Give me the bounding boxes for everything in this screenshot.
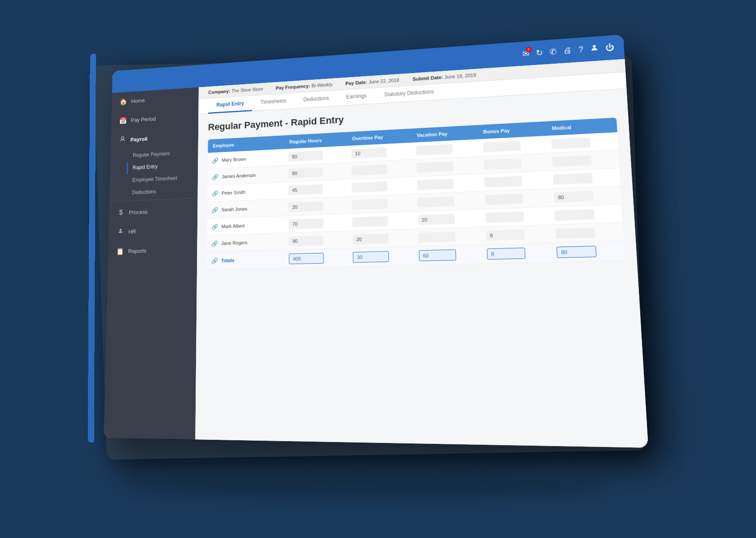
link-icon: 🔗 xyxy=(212,157,218,164)
cell-medical xyxy=(551,222,624,243)
mail-icon[interactable]: ✉ 6 xyxy=(522,48,529,59)
tab-deductions[interactable]: Deductions xyxy=(294,91,337,109)
totals-cell-bonus_pay xyxy=(481,243,552,264)
totals-link-icon: 🔗 xyxy=(211,257,218,264)
employee-name: Mary Brown xyxy=(222,156,246,163)
cell-bonus_pay xyxy=(478,153,548,174)
cell-medical xyxy=(548,168,620,189)
employee-cell: 🔗 Mark Albert xyxy=(207,216,284,235)
totals-input-regular_hours[interactable] xyxy=(289,253,324,265)
cell-overtime_pay xyxy=(347,177,413,196)
input-vacation_pay[interactable] xyxy=(416,161,453,173)
tab-rapid-entry[interactable]: Rapid Entry xyxy=(208,96,252,114)
phone-icon[interactable]: ✆ xyxy=(549,47,557,57)
svg-point-0 xyxy=(593,45,596,48)
cell-regular_hours xyxy=(284,231,348,250)
input-overtime_pay[interactable] xyxy=(351,148,387,159)
cell-vacation_pay xyxy=(413,209,481,229)
employee-cell: 🔗 Sarah Jones xyxy=(207,199,284,219)
rapid-entry-table: Employee Regular Hours Overtime Pay Vaca… xyxy=(207,117,625,270)
input-bonus_pay[interactable] xyxy=(483,158,521,170)
input-vacation_pay[interactable] xyxy=(416,144,453,156)
totals-input-vacation_pay[interactable] xyxy=(419,249,456,261)
link-icon: 🔗 xyxy=(211,190,218,197)
totals-input-medical[interactable] xyxy=(556,246,596,258)
mail-badge: 6 xyxy=(525,47,531,52)
input-medical[interactable] xyxy=(551,137,590,149)
input-bonus_pay[interactable] xyxy=(485,212,524,223)
power-icon[interactable]: ⏻ xyxy=(605,43,614,52)
sidebar-home-label: Home xyxy=(131,97,145,104)
cell-medical xyxy=(550,204,622,225)
cell-vacation_pay xyxy=(412,191,480,212)
cell-overtime_pay xyxy=(348,229,414,248)
scene: ✉ 6 ↻ ✆ 🖨 ? ⏻ 🏠 Home 📅 Pay Period xyxy=(64,34,692,504)
input-overtime_pay[interactable] xyxy=(352,199,388,210)
input-medical[interactable] xyxy=(553,173,592,185)
employee-name: James Anderson xyxy=(222,173,256,179)
user-icon[interactable] xyxy=(590,43,599,54)
input-bonus_pay[interactable] xyxy=(482,141,520,152)
cell-overtime_pay xyxy=(347,194,413,214)
totals-input-bonus_pay[interactable] xyxy=(486,247,525,260)
cell-bonus_pay xyxy=(480,189,550,209)
input-overtime_pay[interactable] xyxy=(352,182,388,193)
input-overtime_pay[interactable] xyxy=(352,216,388,227)
main-layout: 🏠 Home 📅 Pay Period Payroll Regular Paym… xyxy=(104,59,648,448)
input-overtime_pay[interactable] xyxy=(352,234,388,244)
cell-bonus_pay xyxy=(479,171,549,191)
sidebar-item-reports[interactable]: 📋 Reports xyxy=(108,239,197,262)
input-regular_hours[interactable] xyxy=(288,184,323,195)
input-regular_hours[interactable] xyxy=(288,167,323,178)
sidebar-sub-deductions[interactable]: Deductions xyxy=(126,183,197,199)
content-area: Company: The Shoe Store Pay Frequency: B… xyxy=(195,59,648,448)
totals-cell-vacation_pay xyxy=(414,245,482,265)
input-bonus_pay[interactable] xyxy=(486,230,524,241)
input-vacation_pay[interactable] xyxy=(417,179,454,190)
cell-regular_hours xyxy=(284,214,348,233)
input-medical[interactable] xyxy=(555,209,594,221)
help-icon[interactable]: ? xyxy=(578,45,583,54)
input-vacation_pay[interactable] xyxy=(417,196,454,208)
tablet: ✉ 6 ↻ ✆ 🖨 ? ⏻ 🏠 Home 📅 Pay Period xyxy=(104,35,648,448)
input-vacation_pay[interactable] xyxy=(418,214,455,225)
company-info: Company: The Shoe Store xyxy=(208,87,263,95)
input-overtime_pay[interactable] xyxy=(351,165,387,176)
submitdate-label: Submit Date: xyxy=(412,74,443,82)
tablet-accent xyxy=(87,54,96,443)
frequency-value: Bi-Weekly xyxy=(311,82,332,88)
refresh-icon[interactable]: ↻ xyxy=(535,48,543,58)
sidebar-item-hr[interactable]: HR xyxy=(108,220,197,242)
process-icon: $ xyxy=(117,208,125,216)
payroll-icon xyxy=(118,136,127,144)
input-medical[interactable] xyxy=(555,227,595,239)
input-regular_hours[interactable] xyxy=(288,201,323,212)
totals-cell-regular_hours xyxy=(284,248,349,268)
cell-medical xyxy=(549,186,621,207)
cell-regular_hours xyxy=(284,196,348,216)
link-icon: 🔗 xyxy=(211,207,218,213)
cell-bonus_pay xyxy=(481,225,551,245)
svg-point-2 xyxy=(119,229,121,231)
tab-earnings[interactable]: Earnings xyxy=(337,88,375,106)
svg-point-1 xyxy=(121,137,124,139)
input-regular_hours[interactable] xyxy=(288,218,323,229)
input-regular_hours[interactable] xyxy=(288,151,323,162)
input-regular_hours[interactable] xyxy=(288,235,323,246)
totals-label: 🔗 Totals xyxy=(207,250,284,270)
paydate-label: Pay Date: xyxy=(345,79,367,86)
input-medical[interactable] xyxy=(552,155,592,167)
link-icon: 🔗 xyxy=(212,174,218,180)
tab-timesheets[interactable]: Timesheets xyxy=(252,93,295,111)
totals-cell-medical xyxy=(551,241,625,262)
input-bonus_pay[interactable] xyxy=(485,194,523,205)
reports-icon: 📋 xyxy=(116,247,124,256)
input-bonus_pay[interactable] xyxy=(484,176,522,187)
input-medical[interactable] xyxy=(554,191,593,203)
sidebar-item-process[interactable]: $ Process xyxy=(109,200,197,222)
print-icon[interactable]: 🖨 xyxy=(563,46,572,56)
company-label: Company: xyxy=(208,88,230,95)
sidebar-hr-label: HR xyxy=(128,228,136,235)
totals-input-overtime_pay[interactable] xyxy=(353,251,389,263)
input-vacation_pay[interactable] xyxy=(418,231,455,243)
